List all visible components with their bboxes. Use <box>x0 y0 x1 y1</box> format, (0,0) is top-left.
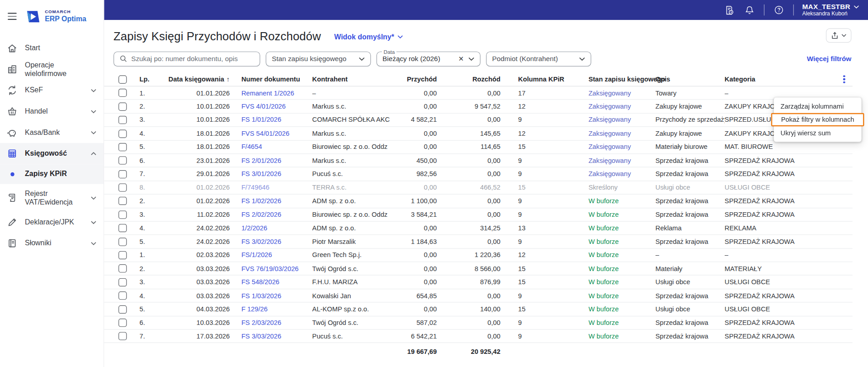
user-menu[interactable]: MAX_TESTBR Aleksandra Kuboń <box>802 3 859 17</box>
sidebar-item-rejestr-vat-ewidencja[interactable]: Rejestr VAT/Ewidencja <box>0 184 104 212</box>
cell-kpir-column: 9 <box>500 157 589 164</box>
comarch-logo-icon <box>25 10 41 23</box>
cell-kpir-column: 9 <box>500 332 589 340</box>
notifications-bell-icon[interactable] <box>744 4 756 16</box>
context-menu-item[interactable]: Zarządzaj kolumnami <box>774 100 862 113</box>
row-checkbox[interactable] <box>118 305 127 313</box>
document-link[interactable]: 1/2/2026 <box>241 224 267 232</box>
status-filter-select[interactable]: Stan zapisu księgowego <box>266 51 371 66</box>
document-link[interactable]: FVS 4/01/2026 <box>241 103 286 110</box>
row-checkbox[interactable] <box>118 278 127 286</box>
menu-toggle-button[interactable] <box>6 11 18 22</box>
document-link[interactable]: Remanent 1/2026 <box>241 89 294 97</box>
cell-lp: 7. <box>140 332 165 340</box>
sidebar-item-handel[interactable]: Handel <box>0 101 104 122</box>
document-link[interactable]: FVS 76/19/03/2026 <box>241 265 299 272</box>
column-header-lp[interactable]: Lp. <box>140 76 165 83</box>
row-checkbox[interactable] <box>118 102 127 110</box>
invoice-clock-icon[interactable] <box>723 4 736 16</box>
cell-booking-date: 03.03.2026 <box>165 265 230 272</box>
search-input[interactable] <box>131 55 254 62</box>
document-link[interactable]: FS 1/01/2026 <box>241 116 281 124</box>
row-checkbox[interactable] <box>118 170 127 178</box>
column-header-income[interactable]: Przychód <box>402 76 437 83</box>
row-checkbox[interactable] <box>118 116 127 124</box>
column-header-doc[interactable]: Numer dokumentu <box>230 76 312 83</box>
entity-filter-select[interactable]: Podmiot (Kontrahent) <box>486 51 591 66</box>
sidebar-item-operacje-wielofirmowe[interactable]: Operacje wielofirmowe <box>0 59 104 80</box>
document-link[interactable]: FS 1/03/2026 <box>241 292 281 300</box>
row-checkbox[interactable] <box>118 251 127 259</box>
column-header-cat[interactable]: Kategoria <box>725 76 841 83</box>
row-checkbox[interactable] <box>118 210 127 219</box>
help-icon[interactable] <box>773 4 785 16</box>
search-box[interactable] <box>113 51 260 66</box>
document-link[interactable]: FS 2/02/2026 <box>241 211 281 219</box>
sidebar-item-deklaracje-jpk[interactable]: Deklaracje/JPK <box>0 212 104 233</box>
context-menu-item[interactable]: Pokaż filtry w kolumnach <box>771 113 864 126</box>
select-all-checkbox[interactable] <box>118 75 127 83</box>
row-checkbox[interactable] <box>118 319 127 327</box>
sidebar-item-start[interactable]: Start <box>0 38 104 59</box>
row-checkbox[interactable] <box>118 157 127 165</box>
row-checkbox[interactable] <box>118 129 127 138</box>
row-checkbox[interactable] <box>118 332 127 340</box>
sidebar-item-ksiegowosc[interactable]: Księgowość <box>0 143 104 164</box>
row-checkbox[interactable] <box>118 238 127 246</box>
column-header-kpir[interactable]: Kolumna KPiR <box>500 76 589 83</box>
document-link[interactable]: FS/1/2026 <box>241 251 272 259</box>
row-checkbox-cell <box>118 129 140 138</box>
export-button[interactable] <box>826 28 851 43</box>
document-link[interactable]: FVS 54/01/2026 <box>241 129 289 137</box>
kebab-menu-icon[interactable] <box>841 74 848 85</box>
column-header-expense[interactable]: Rozchód <box>437 76 500 83</box>
row-checkbox[interactable] <box>118 224 127 232</box>
table-sum-row: 19 667,6920 925,42 <box>104 343 853 361</box>
document-link[interactable]: FS 3/01/2026 <box>241 170 281 178</box>
piggy-bank-icon <box>7 127 18 138</box>
document-link[interactable]: FS 1/02/2026 <box>241 197 281 205</box>
date-filter-select[interactable]: Data Bieżący rok (2026) ✕ <box>377 51 481 66</box>
row-checkbox[interactable] <box>118 265 127 273</box>
sidebar-item-kasa-bank[interactable]: Kasa/Bank <box>0 122 104 143</box>
cell-booking-status: W buforze <box>589 265 656 272</box>
context-menu-item[interactable]: Ukryj wiersz sum <box>774 127 862 139</box>
row-checkbox[interactable] <box>118 183 127 191</box>
cell-category: SPRZEDAŻ KRAJOWA <box>725 238 841 245</box>
row-checkbox[interactable] <box>118 197 127 205</box>
more-filters-link[interactable]: Więcej filtrów <box>807 55 852 62</box>
sidebar-item-zapisy-kpir[interactable]: Zapisy KPiR <box>0 164 104 184</box>
cell-description: Przychody ze sprzedaży <box>656 116 725 124</box>
row-checkbox[interactable] <box>118 89 127 97</box>
document-link[interactable]: F/4654 <box>241 143 262 151</box>
document-link[interactable]: F/749646 <box>241 184 269 191</box>
sidebar-item-ksef[interactable]: KSeF <box>0 80 104 101</box>
document-link[interactable]: FS 548/2026 <box>241 278 279 286</box>
sort-asc-icon: ↑ <box>226 76 230 83</box>
sidebar-item-label: Rejestr VAT/Ewidencja <box>25 189 84 206</box>
sidebar-item-slowniki[interactable]: Słowniki <box>0 233 104 254</box>
row-checkbox[interactable] <box>118 143 127 151</box>
row-checkbox-cell <box>118 102 140 111</box>
column-header-kontr[interactable]: Kontrahent <box>312 76 403 83</box>
column-header-desc[interactable]: Opis <box>656 76 725 83</box>
view-selector[interactable]: Widok domyślny* <box>334 33 403 41</box>
document-link[interactable]: F 129/26 <box>241 305 268 313</box>
cell-category: – <box>725 251 841 259</box>
cell-booking-status: Zaksięgowany <box>589 103 656 110</box>
cell-income: 0,00 <box>402 184 437 191</box>
table-row: 7.17.03.2026FS 3/03/2026Pucuś s.c.6 542,… <box>104 330 853 343</box>
table-row: 1.01.01.2026Remanent 1/2026–0,000,0017Za… <box>104 86 853 100</box>
column-header-date[interactable]: Data księgowania↑ <box>165 76 230 83</box>
document-link[interactable]: FS 2/03/2026 <box>241 319 281 326</box>
clear-filter-icon[interactable]: ✕ <box>458 55 464 62</box>
cell-description: Usługi obce <box>656 184 725 191</box>
document-link[interactable]: FS 3/02/2026 <box>241 238 281 245</box>
cell-document-number: 1/2/2026 <box>230 224 312 232</box>
row-checkbox[interactable] <box>118 291 127 300</box>
column-header-status[interactable]: Stan zapisu księgowego <box>589 76 656 83</box>
document-link[interactable]: FS 2/01/2026 <box>241 157 281 164</box>
cell-document-number: FVS 54/01/2026 <box>230 129 312 137</box>
cell-lp: 4. <box>140 224 165 232</box>
document-link[interactable]: FS 3/03/2026 <box>241 332 281 340</box>
